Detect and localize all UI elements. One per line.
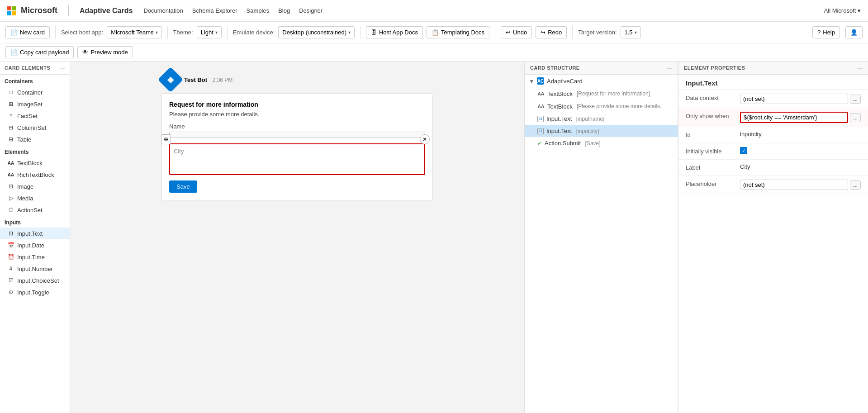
sidebar-item-media[interactable]: ▷ Media: [0, 192, 70, 204]
brand-label: Adaptive Cards: [80, 7, 133, 15]
help-button[interactable]: ? Help: [812, 26, 840, 38]
prop-row-data-context: Data context ...: [678, 90, 868, 108]
data-context-input: ...: [740, 94, 861, 104]
data-context-ellipsis-button[interactable]: ...: [850, 95, 861, 104]
nav-samples[interactable]: Samples: [247, 7, 270, 14]
card-title: Request for more information: [169, 101, 425, 108]
input-number-icon: #: [7, 265, 14, 272]
structure-item-textblock2[interactable]: AA TextBlock [Please provide some more d…: [525, 100, 678, 113]
preview-mode-button[interactable]: 👁 Preview mode: [77, 46, 133, 58]
sidebar-item-textblock[interactable]: AA TextBlock: [0, 157, 70, 169]
prop-row-only-show-when: Only show when ...: [678, 108, 868, 127]
ms-sq-red: [7, 6, 11, 10]
undo-button[interactable]: ↩ Undo: [501, 26, 532, 38]
sidebar-item-table[interactable]: ⊟ Table: [0, 133, 70, 145]
toolbar-divider-2: [167, 26, 168, 39]
microsoft-logo[interactable]: Microsoft: [7, 6, 57, 15]
nav-schema-explorer[interactable]: Schema Explorer: [192, 7, 237, 14]
structure-item-adaptivecard[interactable]: ▾ AC AdaptiveCard: [525, 75, 678, 87]
nav-designer[interactable]: Designer: [299, 7, 323, 14]
theme-label: Theme:: [173, 29, 193, 36]
input-choiceset-icon: ☑: [7, 277, 14, 284]
sidebar-item-factset[interactable]: ≡ FactSet: [0, 110, 70, 122]
structure-item-actionsubmit[interactable]: ✓ Action.Submit [Save]: [525, 137, 678, 149]
all-microsoft[interactable]: All Microsoft ▾: [824, 7, 861, 14]
target-version-value: 1.5: [625, 29, 633, 36]
card-preview-inner: ◈ Test Bot 2:36 PM Request for more info…: [161, 71, 433, 200]
only-show-when-field[interactable]: [740, 112, 848, 123]
structure-item-inputtext-city[interactable]: ⊡ Input.Text [inputcity]: [525, 125, 678, 137]
top-nav: Microsoft Adaptive Cards Documentation S…: [0, 0, 868, 22]
sidebar-header: CARD ELEMENTS —: [0, 62, 70, 75]
preview-icon: 👁: [82, 49, 88, 56]
placeholder-field[interactable]: [740, 180, 848, 190]
inputtext-name-label: Input.Text: [546, 115, 572, 122]
sidebar-header-label: CARD ELEMENTS: [5, 65, 50, 71]
nav-documentation[interactable]: Documentation: [143, 7, 183, 14]
redo-button[interactable]: ↪ Redo: [536, 26, 567, 38]
city-close-icon[interactable]: ✕: [420, 134, 430, 144]
undo-icon: ↩: [506, 29, 511, 36]
sidebar-item-input-number[interactable]: # Input.Number: [0, 263, 70, 275]
new-card-button[interactable]: 📄 New card: [5, 26, 50, 38]
sidebar-item-image[interactable]: ⊡ Image: [0, 180, 70, 192]
prop-row-id: Id inputcity: [678, 127, 868, 143]
inputtext-name-icon: ⊡: [537, 116, 544, 122]
sidebar-item-imageset-label: ImageSet: [17, 101, 43, 108]
city-input-field[interactable]: City: [169, 143, 425, 175]
initially-visible-checkbox[interactable]: ✓: [740, 147, 747, 154]
only-show-when-label: Only show when: [686, 112, 740, 119]
structure-item-inputtext-name[interactable]: ⊡ Input.Text [inputname]: [525, 113, 678, 125]
container-icon: □: [7, 89, 14, 96]
factset-icon: ≡: [7, 112, 14, 119]
sidebar-item-input-text[interactable]: ⊡ Input.Text: [0, 228, 70, 239]
sidebar-item-container[interactable]: □ Container: [0, 86, 70, 98]
ms-sq-green: [12, 6, 16, 10]
input-toggle-icon: ⊙: [7, 289, 14, 296]
sidebar-item-input-toggle[interactable]: ⊙ Input.Toggle: [0, 286, 70, 298]
sidebar-item-richtextblock[interactable]: AA RichTextBlock: [0, 169, 70, 180]
sidebar-item-input-choiceset[interactable]: ☑ Input.ChoiceSet: [0, 275, 70, 286]
sidebar-section-inputs: Inputs: [0, 216, 70, 228]
actionsubmit-check-icon: ✓: [537, 140, 542, 147]
toolbar-divider-3: [227, 26, 228, 39]
toolbar-divider-4: [360, 26, 360, 39]
sidebar-item-factset-label: FactSet: [17, 113, 38, 119]
nav-blog[interactable]: Blog: [278, 7, 290, 14]
data-context-field[interactable]: [740, 94, 848, 104]
sidebar-item-columnset[interactable]: ⊟ ColumnSet: [0, 122, 70, 133]
templating-docs-button[interactable]: 📋 Templating Docs: [427, 26, 489, 38]
sidebar-item-actionset[interactable]: ⬡ ActionSet: [0, 204, 70, 216]
adaptivecard-icon: AC: [537, 77, 544, 85]
host-app-docs-button[interactable]: 🗄 Host App Docs: [366, 26, 423, 38]
sidebar-collapse-icon[interactable]: —: [60, 65, 66, 71]
label-prop-label: Label: [686, 163, 740, 171]
element-props-collapse-icon[interactable]: —: [858, 65, 863, 71]
sidebar-item-imageset[interactable]: ⊞ ImageSet: [0, 98, 70, 110]
target-version-select[interactable]: 1.5 ▾: [621, 26, 641, 38]
main-layout: CARD ELEMENTS — Containers □ Container ⊞…: [0, 62, 868, 413]
initially-visible-label: Initially visible: [686, 147, 740, 155]
structure-item-textblock1[interactable]: AA TextBlock [Request for more informati…: [525, 87, 678, 100]
theme-chevron-icon: ▾: [215, 30, 218, 35]
theme-select[interactable]: Light ▾: [197, 26, 222, 38]
city-move-icon[interactable]: ⊕: [161, 134, 171, 144]
user-icon-button[interactable]: 👤: [845, 26, 863, 38]
ms-sq-blue: [7, 11, 11, 15]
actionsubmit-detail: [Save]: [583, 140, 600, 147]
only-show-when-ellipsis-button[interactable]: ...: [850, 113, 861, 122]
user-icon: 👤: [850, 29, 858, 36]
card-structure-collapse-icon[interactable]: —: [667, 65, 673, 71]
save-button[interactable]: Save: [169, 180, 197, 193]
copy-payload-button[interactable]: 📄 Copy card payload: [5, 46, 74, 58]
city-field-container: ⊕ ✕ City: [169, 143, 425, 175]
inputtext-city-label: Input.Text: [546, 128, 572, 134]
sidebar-item-input-time[interactable]: ⏰ Input.Time: [0, 251, 70, 263]
sidebar-item-input-date[interactable]: 📅 Input.Date: [0, 239, 70, 251]
nav-divider: [68, 5, 69, 16]
placeholder-ellipsis-button[interactable]: ...: [850, 180, 861, 190]
emulate-select[interactable]: Desktop (unconstrained) ▾: [278, 26, 355, 38]
sidebar-item-actionset-label: ActionSet: [17, 207, 43, 214]
host-app-select[interactable]: Microsoft Teams ▾: [107, 26, 161, 38]
name-input[interactable]: [169, 132, 425, 138]
